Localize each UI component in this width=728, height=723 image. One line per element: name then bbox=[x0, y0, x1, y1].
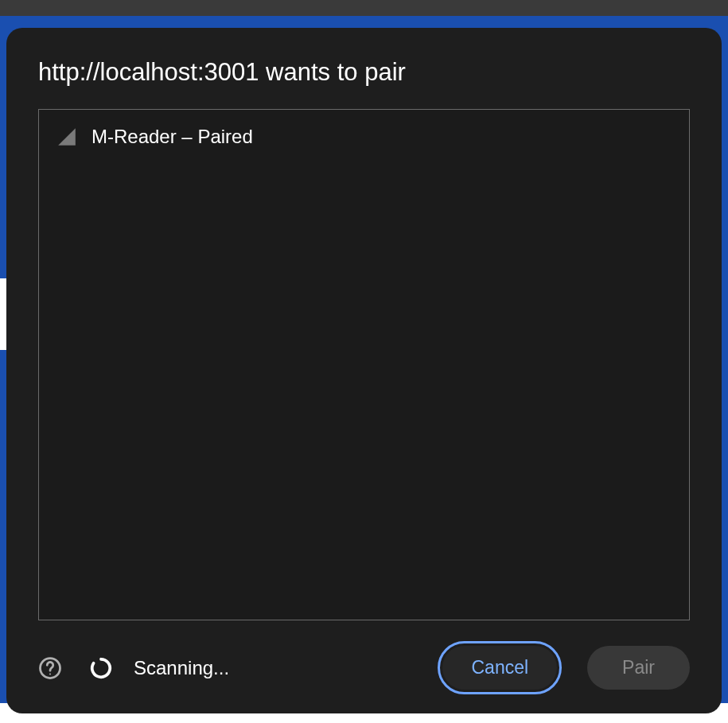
modal-title: http://localhost:3001 wants to pair bbox=[38, 58, 690, 87]
modal-footer: Scanning... Cancel Pair bbox=[38, 620, 690, 690]
browser-chrome bbox=[0, 0, 728, 16]
device-row[interactable]: M-Reader – Paired bbox=[50, 122, 678, 151]
cancel-button[interactable]: Cancel bbox=[442, 646, 557, 690]
spinner-icon bbox=[89, 656, 113, 680]
help-icon[interactable] bbox=[38, 656, 62, 680]
svg-point-1 bbox=[49, 673, 51, 674]
status-text: Scanning... bbox=[134, 657, 425, 679]
pair-button[interactable]: Pair bbox=[587, 646, 690, 690]
device-list: M-Reader – Paired bbox=[38, 109, 690, 620]
device-label: M-Reader – Paired bbox=[91, 126, 253, 148]
bluetooth-pair-modal: http://localhost:3001 wants to pair M-Re… bbox=[6, 28, 722, 713]
signal-strength-icon bbox=[56, 126, 77, 147]
